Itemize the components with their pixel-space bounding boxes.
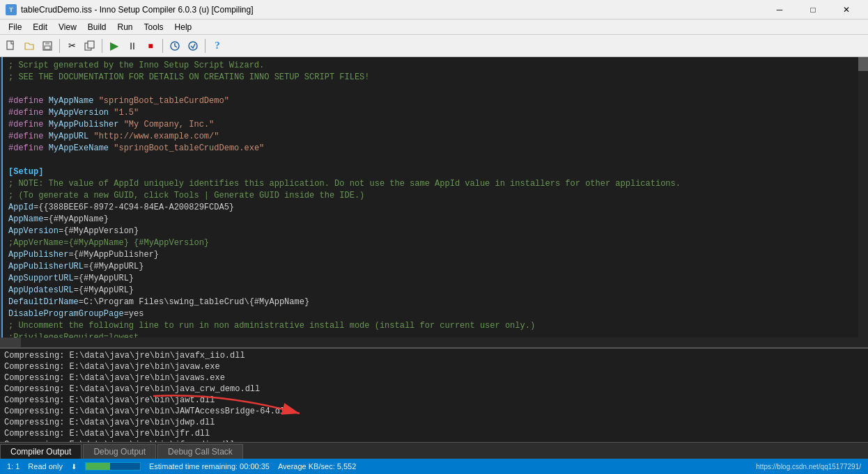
toolbar-sep-4 [205, 39, 206, 53]
menu-build[interactable]: Build [82, 19, 112, 35]
svg-point-7 [189, 42, 197, 50]
title-bar: T tableCrudDemo.iss - Inno Setup Compile… [0, 0, 868, 19]
tab-debug-output[interactable]: Debug Output [83, 444, 156, 459]
progress-fill [86, 463, 110, 470]
progress-bar [85, 462, 141, 471]
menu-file[interactable]: File [3, 19, 27, 35]
svg-rect-3 [45, 46, 50, 49]
toolbar-run[interactable]: ▶ [106, 38, 123, 54]
toolbar-pause[interactable]: ⏸ [124, 38, 141, 54]
tab-debug-callstack[interactable]: Debug Call Stack [157, 444, 243, 459]
menu-bar: File Edit View Build Run Tools Help [0, 19, 868, 35]
toolbar: ✂ ▶ ⏸ ■ ? [0, 35, 868, 57]
edit-mode: Read only [28, 462, 63, 471]
svg-rect-5 [88, 41, 94, 48]
status-right: https://blog.csdn.net/qq15177291/ [756, 463, 861, 471]
toolbar-sep-2 [102, 39, 102, 53]
menu-view[interactable]: View [53, 19, 82, 35]
menu-edit[interactable]: Edit [27, 19, 53, 35]
status-left: 1: 1 Read only ⬇ Estimated time remainin… [7, 462, 356, 471]
menu-tools[interactable]: Tools [139, 19, 169, 35]
toolbar-refresh1[interactable] [166, 38, 183, 54]
status-bar: 1: 1 Read only ⬇ Estimated time remainin… [0, 459, 868, 474]
toolbar-new[interactable] [3, 38, 20, 54]
time-remaining: Estimated time remaining: 00:00:35 [149, 462, 270, 471]
menu-run[interactable]: Run [112, 19, 139, 35]
scroll-thumb[interactable] [858, 57, 868, 71]
editor-hscrollbar[interactable] [0, 338, 868, 347]
svg-rect-0 [7, 41, 13, 49]
code-editor[interactable]: ; Script generated by the Inno Setup Scr… [3, 57, 858, 338]
minimize-button[interactable]: ─ [764, 0, 796, 19]
menu-help[interactable]: Help [169, 19, 198, 35]
svg-rect-2 [45, 42, 49, 45]
toolbar-help[interactable]: ? [209, 38, 226, 54]
maximize-button[interactable]: □ [797, 0, 829, 19]
cursor-position: 1: 1 [7, 462, 20, 471]
toolbar-sep-3 [162, 39, 163, 53]
compiler-panel: Compressing: E:\data\java\jre\bin\javafx… [0, 347, 868, 459]
hscroll-thumb[interactable] [0, 338, 21, 347]
toolbar-copy[interactable] [82, 38, 98, 54]
throughput: Average KB/sec: 5,552 [278, 462, 356, 471]
main-content: ; Script generated by the Inno Setup Scr… [0, 57, 868, 459]
compiler-output[interactable]: Compressing: E:\data\java\jre\bin\javafx… [0, 349, 868, 442]
window-controls: ─ □ ✕ [764, 0, 862, 19]
toolbar-sep-1 [59, 39, 60, 53]
csdn-url: https://blog.csdn.net/qq15177291/ [756, 463, 861, 471]
window-title: tableCrudDemo.iss - Inno Setup Compiler … [21, 5, 764, 15]
toolbar-cut[interactable]: ✂ [63, 38, 80, 54]
editor-scrollbar[interactable] [858, 57, 868, 338]
toolbar-open[interactable] [21, 38, 38, 54]
close-button[interactable]: ✕ [830, 0, 862, 19]
tab-compiler-output[interactable]: Compiler Output [0, 444, 82, 459]
editor-area[interactable]: ; Script generated by the Inno Setup Scr… [0, 57, 868, 338]
toolbar-save[interactable] [39, 38, 56, 54]
toolbar-refresh2[interactable] [185, 38, 201, 54]
mode-icon: ⬇ [71, 463, 77, 471]
toolbar-stop[interactable]: ■ [142, 38, 159, 54]
compiler-tabs: Compiler Output Debug Output Debug Call … [0, 442, 868, 459]
app-icon: T [6, 4, 17, 15]
